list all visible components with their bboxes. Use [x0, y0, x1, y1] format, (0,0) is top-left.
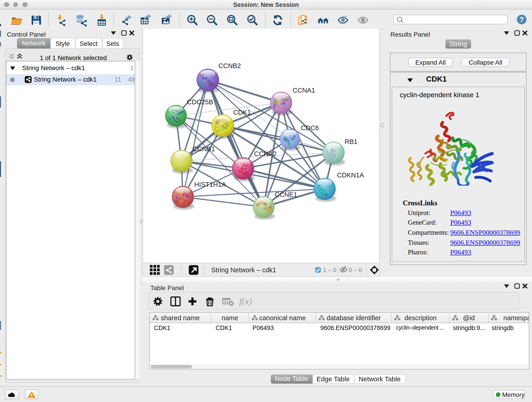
- svg-text:?: ?: [520, 16, 524, 24]
- svg-text:String Network – cdk1: String Network – cdk1: [211, 266, 276, 274]
- svg-text:CDK1: CDK1: [233, 109, 251, 116]
- svg-text:0 – 0: 0 – 0: [349, 267, 362, 274]
- svg-text:CCNB1: CCNB1: [192, 145, 215, 153]
- svg-text:description: description: [404, 314, 437, 322]
- svg-text:canonical name: canonical name: [259, 314, 306, 322]
- svg-text:CCNA2: CCNA2: [254, 150, 277, 157]
- svg-text:1 – 0: 1 – 0: [323, 267, 336, 274]
- svg-text:CDC25B: CDC25B: [187, 98, 213, 106]
- svg-text:HIST1H1A: HIST1H1A: [194, 181, 226, 188]
- svg-text:shared name: shared name: [161, 314, 200, 322]
- svg-text:@id: @id: [463, 314, 475, 322]
- svg-text:name: name: [222, 314, 238, 322]
- svg-text:f(x): f(x): [239, 296, 252, 306]
- svg-text:CCNE1: CCNE1: [275, 191, 297, 198]
- svg-text:namespace: namespace: [503, 314, 529, 322]
- svg-text:CDC6: CDC6: [301, 124, 319, 132]
- svg-text:CCNA1: CCNA1: [293, 87, 315, 94]
- svg-text:RB1: RB1: [345, 138, 357, 145]
- svg-text:database identifier: database identifier: [327, 314, 381, 322]
- svg-text:CCNB2: CCNB2: [218, 62, 241, 70]
- svg-text:CDKN1A: CDKN1A: [337, 172, 364, 179]
